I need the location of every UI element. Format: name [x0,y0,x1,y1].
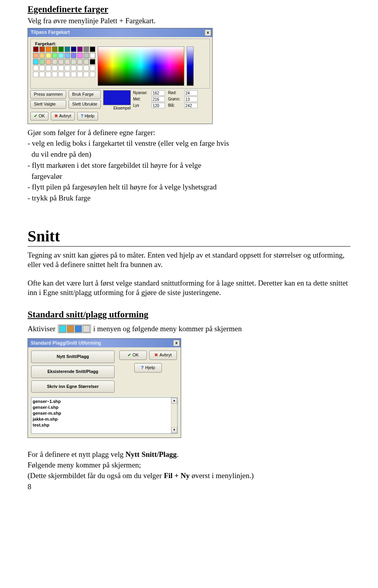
help-button[interactable]: ? Hjelp [77,112,98,121]
swatch[interactable] [52,59,57,65]
swatch[interactable] [90,59,95,65]
swatch[interactable] [46,46,51,52]
swatch-empty[interactable] [83,65,89,71]
swatch-empty[interactable] [65,72,70,77]
color-dialog-title: Tilpass Fargekart [29,30,205,35]
use-color-button[interactable]: Bruk Farge [69,90,101,99]
swatch[interactable] [65,53,70,58]
swatch[interactable] [58,46,64,52]
list-item[interactable]: genser-m.shp [33,410,170,416]
color-dialog-titlebar[interactable]: Tilpass Fargekart x [28,28,212,37]
swatch[interactable] [65,46,70,52]
ok-button[interactable]: ✔ OK [119,351,147,360]
swatch[interactable] [52,46,57,52]
swatch-empty[interactable] [90,72,95,77]
help-button[interactable]: ? Hjelp [134,363,162,373]
skirt-icon[interactable] [75,325,82,332]
swatch[interactable] [65,59,70,65]
swatch[interactable] [58,53,64,58]
swatch[interactable] [46,53,51,58]
red-field[interactable] [184,90,198,96]
shp-file-list[interactable]: genser~1.shp genser-l.shp genser-m.shp j… [31,397,178,434]
trailing-line-3: (Dette skjermbildet får du også om du ve… [28,471,350,480]
close-icon[interactable]: x [173,340,180,346]
swatch[interactable] [77,46,83,52]
own-sizes-button[interactable]: Skriv inn Egne Størrelser [31,380,115,393]
swatch[interactable] [33,59,39,65]
swatch[interactable] [71,53,76,58]
cancel-button[interactable]: ✖ Avbryt [149,351,177,360]
swatch[interactable] [83,53,89,58]
swatch[interactable] [46,59,51,65]
lum-label: Lys [133,103,148,108]
swatch-empty[interactable] [71,65,76,71]
swatch[interactable] [77,53,83,58]
swatch-empty[interactable] [77,72,83,77]
swatch[interactable] [39,53,45,58]
pants-icon[interactable] [67,325,74,332]
swatch-empty[interactable] [65,65,70,71]
swatch[interactable] [39,46,45,52]
blue-label: Blå: [168,103,180,108]
close-icon[interactable]: x [205,30,211,36]
sat-field[interactable] [152,96,165,102]
swatch-empty[interactable] [33,65,39,71]
scroll-up-icon[interactable]: ▲ [171,398,177,404]
swatch[interactable] [83,59,89,65]
standard-snitt-heading: Standard snitt/plagg utforming [28,309,350,321]
snitt-para-2: Ofte kan det være lurt å først velge sta… [28,278,350,297]
existing-snitt-button[interactable]: Eksisterende Snitt/Plagg [31,365,115,378]
trailing-line-1: For å definere et nytt plagg velg Nytt S… [28,450,350,459]
swatch[interactable] [90,53,95,58]
list-item[interactable]: genser-l.shp [33,404,170,410]
snitt-dialog-titlebar[interactable]: Standard Plagg/Snitt Utforming x [28,339,181,347]
swatch[interactable] [90,46,95,52]
cancel-icon: ✖ [54,113,58,119]
hue-field[interactable] [152,90,165,96]
trailing-text: For å definere et nytt plagg velg [28,450,126,458]
scroll-down-icon[interactable]: ▼ [171,427,177,433]
swatch[interactable] [83,46,89,52]
list-item[interactable]: genser~1.shp [33,399,170,404]
ok-button[interactable]: ✔ OK [30,112,48,121]
swatch-empty[interactable] [71,72,76,77]
color-spectrum[interactable] [98,46,184,86]
blue-field[interactable] [184,103,198,108]
swatch-empty[interactable] [52,65,57,71]
delete-selected-button[interactable]: Slett Valgte [30,100,66,109]
swatch[interactable] [77,59,83,65]
reload-icon[interactable] [83,325,90,332]
green-field[interactable] [184,96,198,102]
swatch[interactable] [71,46,76,52]
cancel-button[interactable]: ✖ Avbryt [51,112,75,121]
swatch-empty[interactable] [39,72,45,77]
lum-field[interactable] [152,103,165,108]
swatch-empty[interactable] [46,72,51,77]
swatch-empty[interactable] [58,65,64,71]
shirt-icon[interactable] [59,325,66,332]
swatch[interactable] [33,46,39,52]
list-item[interactable]: test.shp [33,422,170,428]
divider [28,246,350,247]
swatch-empty[interactable] [58,72,64,77]
luminance-slider[interactable] [187,46,194,86]
scrollbar[interactable]: ▲ ▼ [171,398,177,433]
swatch[interactable] [52,53,57,58]
swatch[interactable] [58,59,64,65]
delete-unused-button[interactable]: Slett Ubrukte [69,100,101,109]
swatch-empty[interactable] [33,72,39,77]
swatch[interactable] [39,59,45,65]
press-together-button[interactable]: Press sammen [30,90,66,99]
toolbar-icon-group[interactable] [58,325,91,333]
swatch-empty[interactable] [52,72,57,77]
swatch[interactable] [33,53,39,58]
swatch-empty[interactable] [39,65,45,71]
swatch-empty[interactable] [83,72,89,77]
new-snitt-button[interactable]: Nytt Snitt/Plagg [31,351,115,363]
swatch-empty[interactable] [90,65,95,71]
swatch-empty[interactable] [46,65,51,71]
color-swatch-grid[interactable] [33,46,95,86]
list-item[interactable]: jakke-m.shp [33,416,170,422]
swatch-empty[interactable] [77,65,83,71]
swatch[interactable] [71,59,76,65]
